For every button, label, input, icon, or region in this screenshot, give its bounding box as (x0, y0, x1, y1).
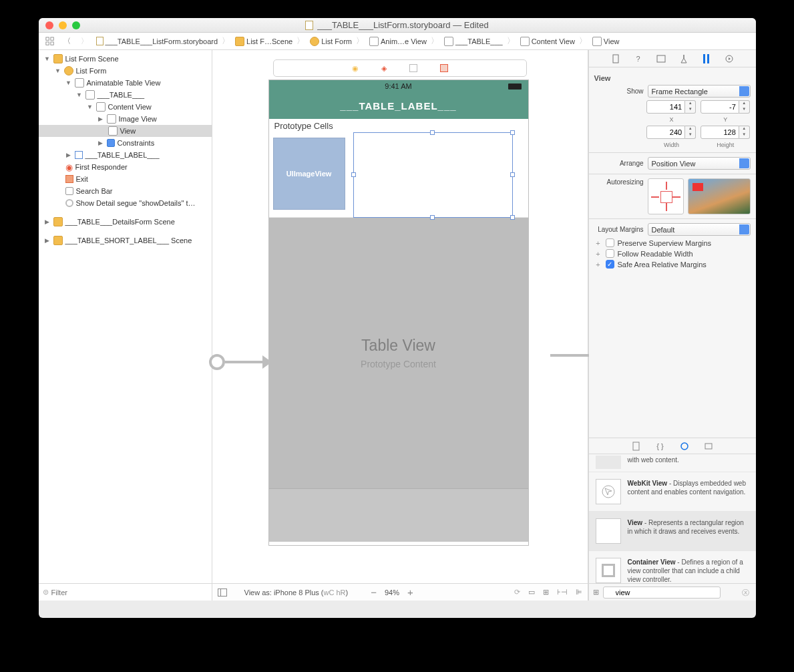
follow-readable-checkbox[interactable]: +Follow Readable Width (594, 249, 751, 258)
width-input[interactable] (646, 126, 685, 139)
toggle-outline-icon[interactable] (218, 589, 227, 597)
size-inspector-tab[interactable] (701, 53, 713, 65)
scene-exit-icon-2[interactable] (440, 64, 448, 72)
autoresizing-control[interactable] (648, 178, 684, 214)
show-select[interactable]: Frame Rectangle (648, 85, 751, 98)
zoom-out-button[interactable]: − (371, 586, 377, 598)
layout-margins-select[interactable]: Default (648, 223, 751, 236)
outline-view-selected[interactable]: View (39, 125, 212, 137)
storyboard-file-icon (305, 21, 313, 30)
outline-anim[interactable]: ▼Animatable Table View (39, 77, 212, 89)
resize-handle-ne[interactable] (510, 130, 515, 135)
connections-inspector-tab[interactable] (723, 53, 735, 65)
crumb-view[interactable]: View (591, 37, 621, 46)
width-stepper[interactable]: ▲▼ (646, 126, 697, 139)
outline-segue[interactable]: Show Detail segue "showDetails" t… (39, 197, 212, 209)
y-stepper[interactable]: ▲▼ (701, 100, 751, 114)
outline-filter-input[interactable] (51, 589, 208, 597)
outline-tablelabel[interactable]: ▶___TABLE_LABEL___ (39, 149, 212, 161)
help-inspector-tab[interactable]: ? (632, 53, 644, 65)
forward-button[interactable]: 〉 (77, 35, 92, 47)
media-library-tab[interactable] (703, 440, 715, 452)
resize-handle-s[interactable] (430, 215, 435, 220)
safe-area-checkbox[interactable]: +Safe Area Relative Margins (594, 260, 751, 269)
back-button[interactable]: 〈 (60, 35, 75, 47)
scene-toolbar[interactable]: ◉ ◈ (273, 59, 527, 77)
prototype-cell[interactable]: UIImageView (269, 132, 528, 218)
crumb-table[interactable]: ___TABLE___ (443, 35, 516, 47)
outline-exit[interactable]: Exit (39, 173, 212, 185)
crumb-scene[interactable]: List F…Scene (234, 35, 306, 47)
nav-bar[interactable]: ___TABLE_LABEL___ (269, 92, 528, 119)
segue-arrow-out[interactable] (550, 354, 589, 357)
arrange-select[interactable]: Position View (648, 157, 751, 170)
pin-icon[interactable]: ⊞ (543, 588, 549, 597)
uiimageview[interactable]: UIImageView (273, 138, 345, 210)
h-sublabel: Height (701, 142, 751, 148)
object-library-tab[interactable] (678, 440, 690, 452)
resolve-icon[interactable]: ⊦⊣ (557, 588, 568, 597)
outline-content[interactable]: ▼Content View (39, 101, 212, 113)
outline-table[interactable]: ▼___TABLE___ (39, 89, 212, 101)
outline-listform[interactable]: ▼List Form (39, 65, 212, 77)
segue-icon (65, 199, 73, 207)
cube-icon: ◉ (65, 162, 73, 172)
interface-builder-canvas[interactable]: ◉ ◈ 9:41 AM ___TABLE_LABEL___ (212, 50, 588, 601)
grid-view-icon[interactable]: ⊞ (593, 588, 599, 597)
scene-icon (53, 236, 63, 245)
outline-first-responder[interactable]: ◉First Responder (39, 161, 212, 173)
status-bar: 9:41 AM (269, 80, 528, 92)
autoresizing-preview (688, 178, 751, 214)
resize-handle-e[interactable] (510, 172, 515, 177)
preserve-superview-checkbox[interactable]: +Preserve Superview Margins (594, 238, 751, 247)
outline-scene[interactable]: ▼List Form Scene (39, 53, 212, 65)
identity-inspector-tab[interactable] (655, 53, 667, 65)
resize-handle-se[interactable] (510, 215, 515, 220)
zoom-level[interactable]: 94% (385, 589, 399, 597)
svg-rect-5 (657, 55, 665, 62)
scene-viewcontroller-icon[interactable]: ◉ (352, 64, 359, 73)
clear-search-icon[interactable]: ⓧ (742, 588, 749, 598)
library-item-web-snippet[interactable]: with web content. (589, 454, 756, 472)
outline-details-scene[interactable]: ▶___TABLE___DetailsForm Scene (39, 216, 212, 228)
attributes-inspector-tab[interactable] (678, 53, 690, 65)
stack-icon[interactable]: ⊫ (576, 588, 582, 597)
library-item-webkit[interactable]: WebKit View - Displays embedded web cont… (589, 472, 756, 512)
resize-handle-n[interactable] (430, 130, 435, 135)
crumb-content[interactable]: Content View (519, 35, 588, 47)
file-template-tab[interactable] (630, 440, 642, 452)
crumb-anim[interactable]: Anim…e View (368, 35, 440, 47)
x-input[interactable] (646, 100, 685, 114)
library-filter-input[interactable] (603, 586, 721, 599)
code-snippet-tab[interactable]: { } (654, 440, 666, 452)
view-as-label[interactable]: View as: iPhone 8 Plus (wC hR) (244, 589, 349, 597)
outline-searchbar[interactable]: Search Bar (39, 185, 212, 197)
scene-first-responder-icon[interactable]: ◈ (381, 64, 387, 73)
file-inspector-tab[interactable] (610, 53, 622, 65)
related-items-icon[interactable] (43, 35, 57, 47)
initial-vc-arrow[interactable] (209, 354, 272, 370)
outline-constraints[interactable]: ▶Constraints (39, 137, 212, 149)
xcode-window: ___TABLE___ListForm.storyboard — Edited … (39, 18, 756, 618)
library-item-view[interactable]: View - Represents a rectangular region i… (589, 512, 756, 551)
outline-imgview[interactable]: ▶Image View (39, 113, 212, 125)
outline-short-scene[interactable]: ▶___TABLE_SHORT_LABEL___ Scene (39, 234, 212, 246)
height-input[interactable] (701, 126, 739, 139)
zoom-in-button[interactable]: + (407, 586, 413, 598)
library-tabs: { } (589, 438, 756, 454)
crumb-file[interactable]: ___TABLE___ListForm.storyboard (95, 35, 232, 47)
embed-icon[interactable]: ⟳ (514, 588, 520, 597)
height-stepper[interactable]: ▲▼ (701, 126, 751, 139)
scene-exit-icon[interactable] (409, 64, 417, 72)
x-stepper[interactable]: ▲▼ (646, 100, 697, 114)
x-sublabel: X (646, 116, 697, 123)
scene-icon (53, 54, 63, 63)
y-input[interactable] (701, 100, 739, 114)
selected-view[interactable] (353, 132, 513, 218)
resize-handle-w[interactable] (351, 172, 356, 177)
library-item-container[interactable]: Container View - Defines a region of a v… (589, 551, 756, 583)
align-icon[interactable]: ▭ (528, 588, 535, 597)
simulated-device[interactable]: 9:41 AM ___TABLE_LABEL___ Prototype Cell… (268, 79, 529, 546)
jump-bar[interactable]: 〈 〉 ___TABLE___ListForm.storyboard List … (39, 33, 756, 50)
crumb-listform[interactable]: List Form (309, 35, 365, 47)
